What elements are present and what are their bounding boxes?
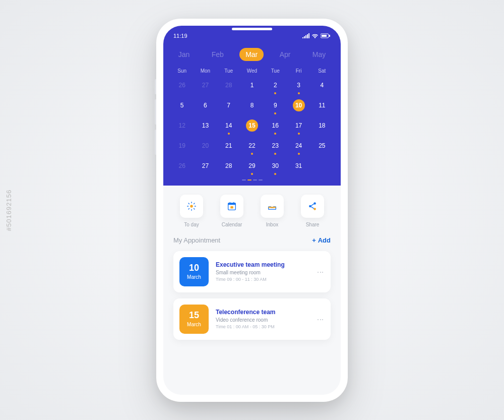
calendar-day[interactable]: 15 (240, 118, 264, 136)
calendar-day[interactable]: 31 (287, 158, 310, 176)
calendar-icon (220, 195, 243, 218)
calendar-day[interactable]: 11 (310, 98, 334, 116)
calendar-day[interactable]: 29 (240, 158, 264, 176)
status-time: 11:19 (173, 33, 187, 39)
signal-icon (302, 33, 309, 38)
more-icon[interactable]: ⋮ (317, 316, 325, 322)
svg-rect-2 (329, 35, 330, 37)
calendar-day[interactable]: 26 (170, 78, 194, 96)
inbox-icon (261, 195, 284, 218)
svg-point-18 (313, 202, 316, 205)
svg-line-8 (188, 203, 189, 204)
calendar-day[interactable]: 23 (264, 138, 287, 156)
calendar-day[interactable]: 8 (240, 98, 264, 116)
appointment-month: March (187, 274, 201, 280)
qa-label: Calendar (222, 222, 242, 227)
notch (232, 28, 272, 30)
calendar-day[interactable]: 16 (264, 118, 287, 136)
svg-rect-1 (322, 35, 327, 37)
status-icons (302, 33, 331, 38)
month-apr[interactable]: Apr (274, 48, 297, 61)
appointments-section: My Appointment + Add 10 March Executive … (163, 234, 341, 395)
weekday-label: Mon (194, 68, 217, 74)
more-icon[interactable]: ⋮ (317, 268, 325, 275)
appointment-card[interactable]: 10 March Executive team meeting Small me… (173, 251, 331, 292)
event-dot (274, 112, 276, 114)
svg-line-21 (311, 204, 314, 206)
calendar-day[interactable]: 10 (287, 98, 310, 116)
calendar-day[interactable]: 25 (310, 138, 334, 156)
month-jan[interactable]: Jan (172, 48, 196, 61)
quick-actions: To dayCalendarInboxShare (163, 186, 341, 234)
screen: 11:19 JanFebMarAprMay SunMonTueWedTueFri… (163, 26, 341, 395)
svg-line-10 (188, 208, 189, 209)
weekday-row: SunMonTueWedTueFriSat (163, 68, 341, 78)
calendar-day[interactable]: 9 (264, 98, 287, 116)
calendar-day[interactable]: 2 (264, 78, 287, 96)
month-may[interactable]: May (306, 48, 332, 61)
qa-share[interactable]: Share (301, 195, 324, 227)
weekday-label: Sat (310, 68, 334, 74)
calendar-day[interactable]: 6 (194, 98, 217, 116)
calendar-day[interactable]: 12 (170, 118, 194, 136)
calendar-day[interactable]: 21 (217, 138, 240, 156)
pager-dots (163, 176, 341, 182)
weekday-label: Sun (170, 68, 194, 74)
event-dot (298, 133, 300, 135)
calendar-day[interactable]: 3 (287, 78, 310, 96)
appointment-room: Small meeting room (216, 270, 285, 275)
calendar-day[interactable]: 26 (170, 158, 194, 176)
weekday-label: Tue (264, 68, 287, 74)
appointment-month: March (187, 322, 201, 327)
calendar-day[interactable]: 27 (194, 158, 217, 176)
calendar-day[interactable]: 17 (287, 118, 310, 136)
calendar-day[interactable]: 4 (310, 78, 334, 96)
svg-point-3 (190, 205, 193, 208)
calendar-day[interactable]: 28 (217, 158, 240, 176)
appointment-name: Executive team meeting (216, 261, 285, 268)
appointment-time: Time 01 : 00 AM - 05 : 30 PM (216, 324, 276, 329)
add-label: Add (318, 236, 331, 244)
watermark: #501692156 (5, 189, 13, 230)
add-button[interactable]: + Add (312, 236, 331, 244)
calendar-day[interactable]: 1 (240, 78, 264, 96)
event-dot (251, 173, 253, 175)
appointment-date-badge: 15 March (179, 305, 209, 334)
appointment-day: 10 (189, 263, 199, 272)
calendar-day[interactable]: 27 (194, 78, 217, 96)
month-feb[interactable]: Feb (206, 48, 230, 61)
calendar-day[interactable]: 28 (217, 78, 240, 96)
qa-inbox[interactable]: Inbox (261, 195, 284, 227)
appointment-date-badge: 10 March (179, 257, 209, 286)
weekday-label: Wed (240, 68, 264, 74)
month-mar[interactable]: Mar (239, 48, 264, 61)
calendar-day[interactable]: 7 (217, 98, 240, 116)
calendar-day[interactable]: 24 (287, 138, 310, 156)
appointment-card[interactable]: 15 March Teleconference team Video confe… (173, 298, 331, 340)
calendar-day[interactable]: 13 (194, 118, 217, 136)
svg-point-19 (309, 205, 311, 207)
today-icon (180, 195, 203, 218)
svg-rect-13 (228, 203, 236, 205)
calendar-grid: 2627281234567891011121314151617181920212… (163, 78, 341, 176)
calendar-day[interactable]: 30 (264, 158, 287, 176)
calendar-day[interactable]: 18 (310, 118, 334, 136)
event-dot (228, 133, 230, 135)
share-icon (301, 195, 324, 218)
qa-today[interactable]: To day (180, 195, 203, 227)
calendar-day[interactable]: 20 (194, 138, 217, 156)
calendar-day[interactable]: 14 (217, 118, 240, 136)
calendar-day[interactable]: 5 (170, 98, 194, 116)
plus-icon: + (312, 236, 316, 244)
weekday-label: Tue (217, 68, 240, 74)
appointment-info: Teleconference team Video conference roo… (216, 305, 276, 334)
calendar-panel: 11:19 JanFebMarAprMay SunMonTueWedTueFri… (163, 26, 341, 186)
event-dot (251, 153, 253, 155)
calendar-day[interactable]: 19 (170, 138, 194, 156)
svg-line-22 (311, 206, 314, 208)
calendar-day[interactable]: 22 (240, 138, 264, 156)
appointment-day: 15 (189, 311, 199, 320)
qa-calendar[interactable]: Calendar (220, 195, 243, 227)
calendar-day[interactable] (310, 158, 334, 176)
appointment-info: Executive team meeting Small meeting roo… (216, 257, 285, 286)
